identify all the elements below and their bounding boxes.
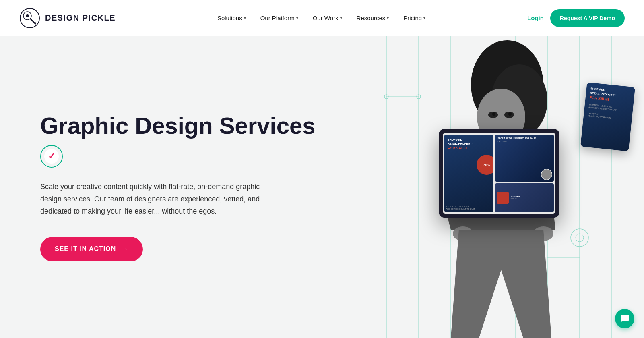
- hero-description: Scale your creative content quickly with…: [40, 180, 274, 218]
- svg-point-35: [492, 112, 495, 116]
- hero-title: Graphic Design Services ✓: [40, 113, 322, 168]
- chevron-down-icon: ▾: [387, 16, 389, 20]
- hero-section: Graphic Design Services ✓ Scale your cre…: [0, 36, 644, 338]
- chat-widget[interactable]: [615, 309, 634, 328]
- nav-item-pricing[interactable]: Pricing ▾: [398, 11, 431, 25]
- cta-button[interactable]: SEE IT IN ACTION →: [40, 237, 143, 261]
- design-cards-right: SHOP A RETAIL PROPERTY FOR SALE! LAYOUT …: [495, 135, 554, 212]
- chevron-down-icon: ▾: [244, 16, 246, 20]
- nav-item-platform[interactable]: Our Platform ▾: [255, 11, 304, 25]
- nav-item-solutions[interactable]: Solutions ▾: [212, 11, 252, 25]
- navbar: DESIGN PICKLE Solutions ▾ Our Platform ▾…: [0, 0, 644, 36]
- login-link[interactable]: Login: [527, 15, 544, 21]
- nav-item-resources[interactable]: Resources ▾: [351, 11, 395, 25]
- arrow-icon: →: [121, 245, 128, 253]
- logo-icon: [19, 8, 40, 29]
- chat-icon: [620, 314, 630, 323]
- verified-badge: ✓: [40, 145, 63, 168]
- brochure-card-1: SHOP ANDRETAIL PROPERTYFOR SALE! STRATEG…: [580, 82, 635, 151]
- checkmark-icon: ✓: [48, 152, 55, 161]
- tablet-frame: SHOP ANDRETAIL PROPERTYFOR SALE! STRATEG…: [439, 129, 559, 218]
- design-card-2: SHOP A RETAIL PROPERTY FOR SALE! LAYOUT …: [495, 135, 554, 182]
- svg-point-0: [20, 8, 39, 28]
- hero-image-composite: SHOP ANDRETAIL PROPERTYFOR SALE! STRATEG…: [354, 36, 644, 338]
- chevron-down-icon: ▾: [340, 16, 342, 20]
- chevron-down-icon: ▾: [423, 16, 425, 20]
- chevron-down-icon: ▾: [296, 16, 298, 20]
- brand-name: DESIGN PICKLE: [45, 13, 116, 23]
- design-card-3: JOHN MAKE SERVICES: [495, 183, 554, 212]
- tablet-device: SHOP ANDRETAIL PROPERTYFOR SALE! STRATEG…: [439, 129, 559, 218]
- nav-links: Solutions ▾ Our Platform ▾ Our Work ▾ Re…: [212, 11, 431, 25]
- nav-actions: Login Request A VIP Demo: [527, 9, 625, 27]
- vip-demo-button[interactable]: Request A VIP Demo: [550, 9, 625, 27]
- svg-point-2: [26, 14, 29, 17]
- tablet-screen: SHOP ANDRETAIL PROPERTYFOR SALE! STRATEG…: [443, 133, 555, 214]
- design-card-1: SHOP ANDRETAIL PROPERTYFOR SALE! STRATEG…: [444, 135, 493, 212]
- svg-point-36: [508, 112, 512, 116]
- nav-item-work[interactable]: Our Work ▾: [307, 11, 348, 25]
- logo[interactable]: DESIGN PICKLE: [19, 8, 116, 29]
- hero-right: SHOP ANDRETAIL PROPERTYFOR SALE! STRATEG…: [354, 36, 644, 338]
- hero-left: Graphic Design Services ✓ Scale your cre…: [0, 36, 354, 338]
